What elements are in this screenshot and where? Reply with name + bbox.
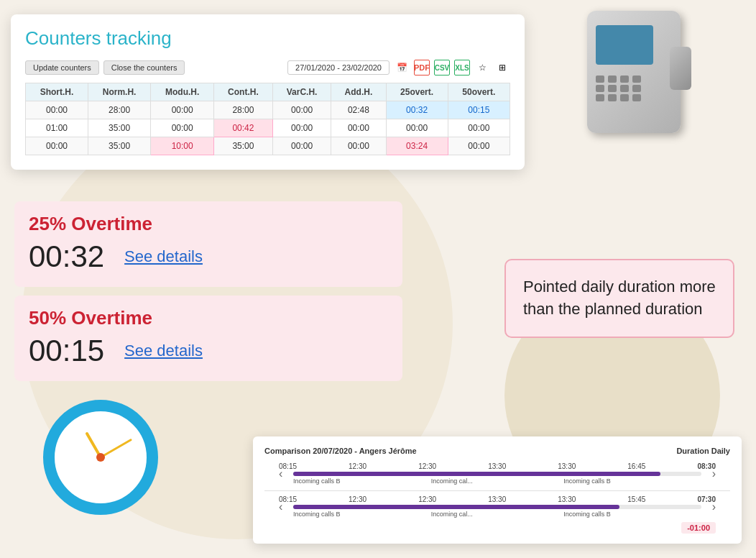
separator xyxy=(264,490,730,491)
time-end-2: 15:45 xyxy=(627,495,645,503)
toolbar: Update counters Close the counters 27/01… xyxy=(25,60,510,76)
diff-badge: -01:00 xyxy=(681,522,716,534)
call-label-2c: Incoming calls B xyxy=(563,511,611,518)
cell: 00:00 xyxy=(272,119,331,137)
time-mid-2a: 12:30 xyxy=(349,495,367,503)
nav-left-1[interactable]: ‹ xyxy=(279,467,282,480)
pdf-icon[interactable]: PDF xyxy=(414,60,430,76)
col-short-h: Short.H. xyxy=(26,83,88,101)
cell: 00:00 xyxy=(151,101,214,119)
time-tracking-device xyxy=(569,11,699,155)
close-counters-button[interactable]: Close the counters xyxy=(103,60,185,75)
time-mid-2d: 13:30 xyxy=(558,495,576,503)
overtime-25-value: 00:32 xyxy=(29,239,104,274)
calendar-icon[interactable]: 📅 xyxy=(394,60,410,76)
col-norm-h: Norm.H. xyxy=(88,83,151,101)
cell: 35:00 xyxy=(214,137,273,155)
cell-cont-row2: 00:42 xyxy=(214,119,273,137)
grid-icon[interactable]: ⊞ xyxy=(494,60,510,76)
toolbar-left: Update counters Close the counters xyxy=(25,60,185,75)
cell-25overt-row3: 03:24 xyxy=(386,137,448,155)
timeline-bar-2 xyxy=(293,505,701,509)
table-row: 00:00 35:00 10:00 35:00 00:00 00:00 03:2… xyxy=(26,137,510,155)
star-icon[interactable]: ☆ xyxy=(474,60,490,76)
col-50overt: 50overt. xyxy=(448,83,510,101)
col-varc-h: VarC.H. xyxy=(272,83,331,101)
device-key xyxy=(632,94,641,101)
cell: 01:00 xyxy=(26,119,88,137)
cell: 00:00 xyxy=(386,119,448,137)
call-label-2b: Incoming cal... xyxy=(431,511,473,518)
cell: 00:00 xyxy=(26,137,88,155)
counters-title: Counters tracking xyxy=(25,27,510,50)
csv-icon[interactable]: CSV xyxy=(434,60,450,76)
time-mid-2b: 12:30 xyxy=(418,495,436,503)
device-key xyxy=(620,76,629,83)
cell: 00:00 xyxy=(272,101,331,119)
table-row: 00:00 28:00 00:00 28:00 00:00 02:48 00:3… xyxy=(26,101,510,119)
comparison-header: Comparison 20/07/2020 - Angers Jérôme Du… xyxy=(264,447,730,455)
nav-right-1[interactable]: › xyxy=(712,467,716,480)
cell: 00:00 xyxy=(331,119,386,137)
call-label-1a: Incoming calls B xyxy=(293,477,341,485)
cell: 00:00 xyxy=(26,101,88,119)
counters-panel: Counters tracking Update counters Close … xyxy=(11,14,525,170)
cell: 28:00 xyxy=(214,101,273,119)
toolbar-right: 27/01/2020 - 23/02/2020 📅 PDF CSV XLS ☆ … xyxy=(287,60,510,76)
tooltip-text: Pointed daily duration more than the pla… xyxy=(523,276,716,321)
device-key xyxy=(632,76,641,83)
time-end-1: 16:45 xyxy=(627,462,645,470)
timeline-bar-fill-2 xyxy=(293,505,619,509)
timeline-bar-fill-1 xyxy=(293,472,660,476)
timeline-bar-1 xyxy=(293,472,701,476)
update-counters-button[interactable]: Update counters xyxy=(25,60,99,75)
comparison-row-1: 08:15 12:30 12:30 13:30 13:30 16:45 08:3… xyxy=(264,462,730,485)
col-modu-h: Modu.H. xyxy=(151,83,214,101)
col-add-h: Add.H. xyxy=(331,83,386,101)
call-label-2a: Incoming calls B xyxy=(293,511,341,518)
cell: 35:00 xyxy=(88,137,151,155)
col-25overt: 25overt. xyxy=(386,83,448,101)
nav-left-2[interactable]: ‹ xyxy=(279,500,282,513)
device-key xyxy=(632,85,641,92)
device-keypad xyxy=(596,76,642,101)
device-key xyxy=(596,94,604,101)
cell: 00:00 xyxy=(331,137,386,155)
timeline-labels-2: 08:15 12:30 12:30 13:30 13:30 15:45 07:3… xyxy=(279,495,716,503)
nav-right-2[interactable]: › xyxy=(712,500,716,513)
comparison-title: Comparison 20/07/2020 - Angers Jérôme xyxy=(264,447,417,455)
table-row: 01:00 35:00 00:00 00:42 00:00 00:00 00:0… xyxy=(26,119,510,137)
cell-25overt-row1: 00:32 xyxy=(386,101,448,119)
overtime-50-see-details[interactable]: See details xyxy=(124,342,203,360)
cell-modu-row3: 10:00 xyxy=(151,137,214,155)
cell: 00:00 xyxy=(151,119,214,137)
tooltip-box: Pointed daily duration more than the pla… xyxy=(504,259,734,338)
comparison-row-2: 08:15 12:30 12:30 13:30 13:30 15:45 07:3… xyxy=(264,495,730,518)
xls-icon[interactable]: XLS xyxy=(454,60,470,76)
device-reader xyxy=(670,47,691,90)
overtime-50-value: 00:15 xyxy=(29,334,104,368)
call-labels-1: Incoming calls B Incoming cal... Incomin… xyxy=(293,477,701,485)
clock-face xyxy=(43,400,158,515)
overtime-box-50: 50% Overtime 00:15 See details xyxy=(14,296,402,381)
cell: 00:00 xyxy=(448,137,510,155)
date-range[interactable]: 27/01/2020 - 23/02/2020 xyxy=(287,60,389,75)
device-body xyxy=(587,11,681,133)
device-key xyxy=(620,85,629,92)
time-mid-1: 12:30 xyxy=(349,462,367,470)
device-key xyxy=(596,76,604,83)
cell: 02:48 xyxy=(331,101,386,119)
call-label-1c: Incoming calls B xyxy=(563,477,611,485)
overtime-25-label: 25% Overtime xyxy=(29,213,388,235)
overtime-section: 25% Overtime 00:32 See details 50% Overt… xyxy=(14,201,402,390)
overtime-50-label: 50% Overtime xyxy=(29,307,388,329)
cell: 28:00 xyxy=(88,101,151,119)
time-mid-2c: 13:30 xyxy=(488,495,506,503)
counters-table: Short.H. Norm.H. Modu.H. Cont.H. VarC.H.… xyxy=(25,83,510,155)
device-key xyxy=(596,85,604,92)
clock-illustration: 🌿 xyxy=(29,371,172,515)
comparison-panel: Comparison 20/07/2020 - Angers Jérôme Du… xyxy=(253,436,742,544)
device-key xyxy=(608,85,617,92)
clock-center-dot xyxy=(96,453,105,462)
overtime-25-see-details[interactable]: See details xyxy=(124,247,203,266)
